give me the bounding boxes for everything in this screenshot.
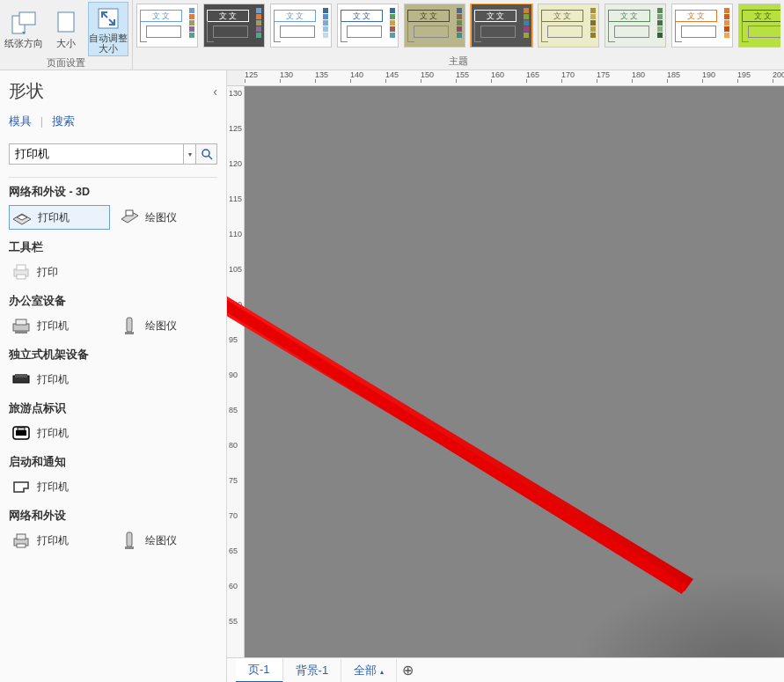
- theme-thumb-1[interactable]: 文 文: [203, 4, 265, 48]
- ruler-corner: 1251301351401451501551601651701751801851…: [227, 70, 784, 86]
- printer-icon: [11, 316, 32, 335]
- ruler-h-tick: 160: [491, 70, 504, 79]
- plotter-icon: [119, 208, 140, 227]
- drawing-canvas[interactable]: [245, 86, 784, 657]
- category-header: 独立式机架设备: [9, 348, 217, 363]
- category-header: 启动和通知: [9, 455, 217, 470]
- collapse-panel-icon[interactable]: ‹: [213, 84, 217, 99]
- ribbon: 纸张方向 大小 自动调整 大小 页面设置 文 文文 文文 文文 文文 文文 文文…: [0, 0, 784, 70]
- category-header: 工具栏: [9, 240, 217, 255]
- shape-item-label: 打印机: [37, 533, 69, 548]
- search-row: ▾: [9, 143, 217, 165]
- main: 形状 ‹ 模具 | 搜索 ▾ 网络和外设 - 3D打印机绘图仪工具栏打印办公室设…: [0, 70, 784, 682]
- tab-separator: |: [40, 114, 43, 128]
- svg-rect-1: [19, 12, 35, 25]
- shape-item-printer[interactable]: 打印机: [9, 422, 110, 444]
- category-header: 旅游点标识: [9, 401, 217, 416]
- shape-item-printer[interactable]: 打印机: [9, 475, 110, 498]
- theme-thumb-9[interactable]: 文 文: [738, 4, 780, 48]
- ruler-h-tick: 140: [350, 70, 363, 79]
- autofit-icon: [94, 4, 122, 33]
- theme-thumb-6[interactable]: 文 文: [538, 4, 599, 48]
- shape-item-printer[interactable]: 打印机: [9, 368, 110, 391]
- ruler-v-tick: 55: [229, 617, 238, 626]
- category-header: 网络和外设 - 3D: [9, 185, 217, 200]
- page-setup-group-label: 页面设置: [47, 56, 85, 70]
- size-button[interactable]: 大小: [46, 2, 86, 56]
- autofit-label: 自动调整 大小: [89, 33, 128, 54]
- shape-item-label: 打印机: [37, 426, 69, 441]
- theme-thumb-4[interactable]: 文 文: [404, 4, 465, 48]
- ruler-v-tick: 70: [229, 511, 238, 520]
- ruler-h-tick: 125: [245, 70, 258, 79]
- theme-thumb-3[interactable]: 文 文: [337, 4, 399, 48]
- ruler-h-tick: 185: [667, 70, 680, 79]
- shape-item-plotter[interactable]: 绘图仪: [117, 205, 218, 230]
- ruler-v-tick: 130: [229, 89, 242, 98]
- ruler-h-tick: 195: [737, 70, 751, 79]
- page-tabs: 页-1 背景-1 全部▴ ⊕: [227, 657, 784, 682]
- tab-page-1[interactable]: 页-1: [236, 658, 283, 683]
- shape-item-plotter[interactable]: 绘图仪: [117, 529, 218, 552]
- search-results: 网络和外设 - 3D打印机绘图仪工具栏打印办公室设备打印机绘图仪独立式机架设备打…: [9, 177, 217, 682]
- ruler-h-tick: 130: [280, 70, 293, 79]
- shape-item-label: 打印机: [37, 480, 69, 495]
- orientation-button[interactable]: 纸张方向: [4, 2, 44, 56]
- shapes-panel-title: 形状: [9, 79, 44, 103]
- shape-item-plotter[interactable]: 绘图仪: [117, 314, 218, 337]
- ruler-v-tick: 105: [229, 265, 242, 274]
- ruler-v-tick: 65: [229, 546, 238, 555]
- shape-item-label: 打印机: [37, 372, 69, 387]
- category-header: 办公室设备: [9, 294, 217, 309]
- plotter-icon: [119, 316, 140, 335]
- add-page-button[interactable]: ⊕: [397, 662, 418, 678]
- search-input[interactable]: [9, 143, 184, 165]
- tab-search[interactable]: 搜索: [52, 114, 75, 128]
- ruler-h-tick: 200: [773, 70, 784, 79]
- shape-item-printer[interactable]: 打印机: [9, 529, 110, 552]
- svg-rect-12: [15, 331, 27, 334]
- shapes-panel: 形状 ‹ 模具 | 搜索 ▾ 网络和外设 - 3D打印机绘图仪工具栏打印办公室设…: [0, 70, 227, 682]
- svg-rect-23: [127, 532, 132, 546]
- shape-item-printer[interactable]: 打印机: [9, 205, 110, 230]
- size-icon: [52, 9, 80, 37]
- svg-rect-9: [17, 275, 26, 279]
- ruler-v-tick: 120: [229, 159, 242, 168]
- shape-item-print[interactable]: 打印: [9, 260, 110, 283]
- orientation-label: 纸张方向: [4, 37, 43, 50]
- ruler-h-tick: 135: [315, 70, 328, 79]
- size-label: 大小: [56, 37, 76, 50]
- printer-icon: [11, 531, 32, 550]
- shape-item-printer[interactable]: 打印机: [9, 314, 110, 337]
- svg-point-4: [202, 150, 209, 157]
- ruler-v-tick: 110: [229, 230, 242, 238]
- theme-thumb-5[interactable]: 文 文: [471, 4, 532, 48]
- ruler-v-tick: 80: [229, 441, 238, 450]
- printer-icon: [11, 423, 32, 443]
- svg-rect-21: [17, 534, 26, 539]
- shape-item-label: 绘图仪: [145, 210, 177, 225]
- autofit-button[interactable]: 自动调整 大小: [88, 2, 128, 56]
- theme-thumb-0[interactable]: 文 文: [136, 4, 198, 48]
- shapes-panel-tabs: 模具 | 搜索: [9, 114, 217, 129]
- canvas-area: 1251301351401451501551601651701751801851…: [227, 70, 784, 682]
- theme-thumb-8[interactable]: 文 文: [671, 4, 733, 48]
- svg-rect-22: [17, 544, 26, 547]
- tab-all[interactable]: 全部▴: [341, 659, 397, 682]
- tab-templates[interactable]: 模具: [9, 114, 32, 128]
- theme-thumb-2[interactable]: 文 文: [270, 4, 332, 48]
- orientation-icon: [10, 9, 38, 37]
- theme-gallery: 文 文文 文文 文文 文文 文文 文文 文文 文文 文文 文 主题: [133, 0, 784, 70]
- theme-thumb-7[interactable]: 文 文: [604, 4, 666, 48]
- ruler-v-tick: 75: [229, 476, 238, 485]
- search-button[interactable]: [196, 143, 217, 165]
- tab-background[interactable]: 背景-1: [283, 659, 342, 682]
- svg-rect-18: [16, 430, 26, 436]
- ruler-h-tick: 180: [632, 70, 645, 79]
- ruler-h-tick: 150: [421, 70, 434, 79]
- search-dropdown-icon[interactable]: ▾: [184, 143, 196, 165]
- svg-rect-16: [15, 374, 27, 378]
- ruler-v-tick: 125: [229, 124, 242, 133]
- shape-item-label: 绘图仪: [145, 533, 177, 548]
- svg-rect-2: [58, 12, 74, 32]
